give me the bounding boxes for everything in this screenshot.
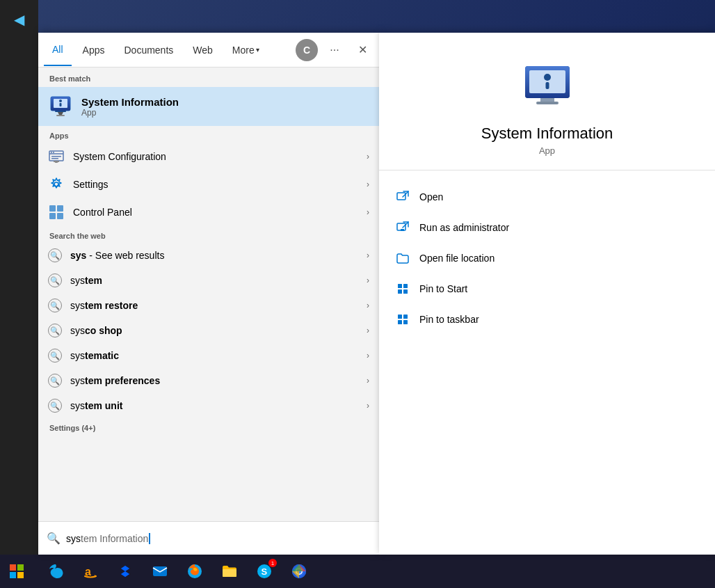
app-item-system-config[interactable]: System Configuration ›: [38, 143, 379, 170]
svg-rect-13: [51, 158, 58, 159]
dropbox-icon[interactable]: [109, 555, 142, 588]
svg-rect-43: [10, 572, 16, 578]
tab-documents[interactable]: Documents: [115, 35, 182, 65]
svg-point-10: [51, 152, 52, 153]
web-item-sysco[interactable]: 🔍 sysco shop ›: [38, 318, 379, 343]
app-detail-subtitle: App: [539, 145, 555, 156]
web-item-text-system-unit: system unit: [70, 400, 358, 411]
search-bar-bottom: 🔍 system Information: [38, 521, 379, 555]
best-match-subtitle: App: [81, 108, 179, 118]
edge-icon[interactable]: [39, 555, 72, 588]
mail-icon[interactable]: [143, 555, 177, 588]
close-button[interactable]: ✕: [351, 39, 373, 61]
search-icon: 🔍: [48, 324, 62, 337]
app-item-control-panel[interactable]: Control Panel ›: [38, 198, 379, 226]
chevron-right-icon: ›: [367, 276, 369, 285]
app-detail-title: System Information: [481, 125, 613, 143]
settings-section-label: Settings (4+): [38, 418, 379, 435]
search-query-prefix: sys: [66, 533, 81, 544]
search-panel: All Apps Documents Web More ▾ C ··· ✕ Be…: [38, 33, 379, 555]
web-item-text-systematic: systematic: [70, 350, 358, 361]
best-match-item[interactable]: System Information App: [38, 87, 379, 126]
search-icon: 🔍: [48, 248, 62, 262]
svg-rect-32: [401, 229, 404, 231]
start-button[interactable]: [0, 555, 33, 588]
svg-rect-36: [403, 289, 408, 294]
chevron-right-icon: ›: [367, 376, 369, 386]
skype-icon[interactable]: S 1: [248, 555, 281, 588]
tab-apps[interactable]: Apps: [74, 35, 113, 65]
action-open-file-location[interactable]: Open file location: [396, 243, 698, 273]
svg-rect-23: [529, 70, 565, 93]
chevron-right-icon: ›: [367, 326, 369, 335]
search-input-display[interactable]: system Information: [66, 533, 371, 544]
svg-rect-39: [398, 320, 402, 324]
action-run-admin-label: Run as administrator: [419, 222, 509, 233]
web-item-text-system: system: [70, 275, 358, 286]
svg-rect-15: [55, 162, 58, 163]
app-item-settings[interactable]: Settings ›: [38, 170, 379, 198]
svg-rect-7: [56, 115, 65, 116]
system-info-icon: [48, 94, 73, 119]
web-item-sys[interactable]: 🔍 sys - See web results ›: [38, 243, 379, 268]
action-pin-taskbar[interactable]: Pin to taskbar: [396, 304, 698, 335]
tab-more[interactable]: More ▾: [224, 35, 268, 65]
svg-rect-5: [55, 111, 66, 112]
taskbar-icons: a: [39, 555, 715, 588]
web-item-system-preferences[interactable]: 🔍 system preferences ›: [38, 368, 379, 393]
best-match-title: System Information: [81, 96, 179, 108]
web-item-text-system-preferences: system preferences: [70, 375, 358, 386]
svg-rect-27: [536, 102, 559, 104]
chevron-right-icon: ›: [367, 152, 369, 161]
action-pin-taskbar-label: Pin to taskbar: [419, 314, 479, 325]
explorer-icon[interactable]: [213, 555, 246, 588]
svg-text:S: S: [262, 566, 268, 577]
user-avatar[interactable]: C: [296, 39, 318, 61]
taskbar: a: [0, 555, 715, 588]
web-item-system[interactable]: 🔍 system ›: [38, 268, 379, 293]
apps-section-label: Apps: [38, 126, 379, 143]
firefox-icon[interactable]: [178, 555, 211, 588]
open-icon: [396, 190, 410, 204]
more-options-button[interactable]: ···: [323, 39, 346, 61]
svg-point-11: [53, 152, 54, 153]
web-item-text-sysco: sysco shop: [70, 325, 358, 336]
app-detail-icon: [520, 61, 575, 116]
tab-all[interactable]: All: [44, 34, 72, 66]
system-config-label: System Configuration: [73, 151, 358, 162]
left-edge-button[interactable]: ◀: [6, 6, 33, 33]
svg-rect-41: [10, 564, 16, 571]
settings-icon: [48, 176, 65, 193]
chrome-icon[interactable]: [282, 555, 316, 588]
chevron-right-icon: ›: [367, 251, 369, 260]
action-pin-start[interactable]: Pin to Start: [396, 273, 698, 304]
action-open-label: Open: [419, 191, 443, 202]
app-detail-header: System Information App: [379, 33, 715, 170]
svg-rect-37: [398, 315, 402, 319]
search-icon: 🔍: [48, 273, 62, 287]
svg-marker-47: [121, 566, 129, 577]
action-run-admin[interactable]: Run as administrator: [396, 212, 698, 243]
svg-rect-28: [397, 193, 405, 200]
search-icon: 🔍: [48, 349, 62, 363]
svg-rect-48: [153, 566, 167, 576]
search-results: Best match: [38, 67, 379, 555]
svg-rect-14: [54, 161, 59, 162]
svg-rect-19: [49, 213, 56, 219]
svg-point-3: [59, 100, 62, 102]
svg-rect-40: [403, 320, 408, 324]
tab-web[interactable]: Web: [184, 35, 221, 65]
chevron-right-icon: ›: [367, 401, 369, 411]
action-open-file-location-label: Open file location: [419, 253, 495, 264]
svg-rect-34: [403, 284, 408, 288]
web-item-system-unit[interactable]: 🔍 system unit ›: [38, 393, 379, 418]
svg-rect-12: [51, 156, 61, 157]
web-item-system-restore[interactable]: 🔍 system restore ›: [38, 293, 379, 318]
svg-rect-35: [398, 289, 402, 294]
action-open[interactable]: Open: [396, 182, 698, 212]
pin-start-icon: [396, 282, 410, 296]
svg-rect-38: [403, 315, 408, 319]
web-item-systematic[interactable]: 🔍 systematic ›: [38, 343, 379, 368]
svg-rect-4: [60, 103, 62, 106]
amazon-icon[interactable]: a: [74, 555, 107, 588]
